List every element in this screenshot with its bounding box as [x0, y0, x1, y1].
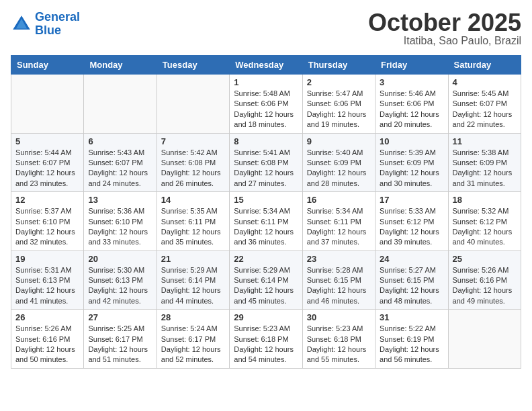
sunrise-text: Sunrise: 5:30 AM: [88, 265, 152, 275]
calendar-cell: 11 Sunrise: 5:38 AM Sunset: 6:09 PM Dayl…: [448, 133, 521, 192]
daylight-text: Daylight: 12 hours and 35 minutes.: [161, 227, 225, 248]
sunrise-text: Sunrise: 5:45 AM: [453, 89, 517, 99]
day-number: 20: [88, 254, 152, 264]
calendar-cell: 7 Sunrise: 5:42 AM Sunset: 6:08 PM Dayli…: [157, 133, 229, 192]
cell-content: Sunrise: 5:23 AM Sunset: 6:18 PM Dayligh…: [307, 324, 371, 365]
cell-content: Sunrise: 5:42 AM Sunset: 6:08 PM Dayligh…: [161, 148, 225, 189]
sunset-text: Sunset: 6:12 PM: [453, 217, 517, 227]
calendar-cell: 25 Sunrise: 5:26 AM Sunset: 6:16 PM Dayl…: [448, 250, 521, 310]
day-number: 17: [380, 195, 443, 205]
sunset-text: Sunset: 6:09 PM: [380, 158, 443, 168]
weekday-header-saturday: Saturday: [448, 56, 521, 75]
sunset-text: Sunset: 6:08 PM: [234, 158, 298, 168]
cell-content: Sunrise: 5:24 AM Sunset: 6:17 PM Dayligh…: [161, 324, 225, 365]
sunrise-text: Sunrise: 5:29 AM: [234, 265, 298, 275]
cell-content: Sunrise: 5:32 AM Sunset: 6:12 PM Dayligh…: [453, 206, 517, 248]
calendar-cell: 4 Sunrise: 5:45 AM Sunset: 6:07 PM Dayli…: [448, 75, 521, 134]
sunset-text: Sunset: 6:07 PM: [88, 158, 152, 168]
sunset-text: Sunset: 6:07 PM: [15, 158, 79, 168]
daylight-text: Daylight: 12 hours and 45 minutes.: [234, 285, 298, 306]
cell-content: Sunrise: 5:23 AM Sunset: 6:18 PM Dayligh…: [234, 324, 298, 365]
cell-content: Sunrise: 5:35 AM Sunset: 6:11 PM Dayligh…: [161, 206, 225, 248]
day-number: 16: [307, 195, 371, 205]
weekday-header-sunday: Sunday: [11, 56, 84, 75]
cell-content: Sunrise: 5:26 AM Sunset: 6:16 PM Dayligh…: [15, 324, 79, 365]
daylight-text: Daylight: 12 hours and 54 minutes.: [234, 345, 298, 365]
daylight-text: Daylight: 12 hours and 40 minutes.: [453, 227, 517, 248]
sunset-text: Sunset: 6:14 PM: [161, 275, 225, 285]
day-number: 29: [234, 312, 298, 322]
calendar-week-1: 1 Sunrise: 5:48 AM Sunset: 6:06 PM Dayli…: [11, 75, 521, 134]
calendar-cell: 12 Sunrise: 5:37 AM Sunset: 6:10 PM Dayl…: [11, 192, 84, 251]
sunrise-text: Sunrise: 5:23 AM: [234, 324, 298, 334]
sunset-text: Sunset: 6:06 PM: [234, 99, 298, 109]
cell-content: Sunrise: 5:25 AM Sunset: 6:17 PM Dayligh…: [88, 324, 152, 365]
daylight-text: Daylight: 12 hours and 20 minutes.: [380, 109, 443, 130]
day-number: 4: [453, 77, 517, 87]
cell-content: Sunrise: 5:34 AM Sunset: 6:11 PM Dayligh…: [307, 206, 371, 248]
calendar-cell: 13 Sunrise: 5:36 AM Sunset: 6:10 PM Dayl…: [84, 192, 157, 251]
sunset-text: Sunset: 6:10 PM: [88, 217, 152, 227]
daylight-text: Daylight: 12 hours and 42 minutes.: [88, 285, 152, 306]
calendar-cell: 14 Sunrise: 5:35 AM Sunset: 6:11 PM Dayl…: [157, 192, 229, 251]
sunrise-text: Sunrise: 5:24 AM: [161, 324, 225, 334]
calendar-cell: 9 Sunrise: 5:40 AM Sunset: 6:09 PM Dayli…: [302, 133, 375, 192]
cell-content: Sunrise: 5:33 AM Sunset: 6:12 PM Dayligh…: [380, 206, 443, 248]
daylight-text: Daylight: 12 hours and 52 minutes.: [161, 345, 225, 365]
daylight-text: Daylight: 12 hours and 37 minutes.: [307, 227, 371, 248]
day-number: 14: [161, 195, 225, 205]
sunrise-text: Sunrise: 5:22 AM: [380, 324, 443, 334]
day-number: 1: [234, 77, 298, 87]
sunrise-text: Sunrise: 5:33 AM: [380, 206, 443, 216]
day-number: 21: [161, 254, 225, 264]
cell-content: Sunrise: 5:46 AM Sunset: 6:06 PM Dayligh…: [380, 89, 443, 130]
calendar-cell: [157, 75, 229, 134]
daylight-text: Daylight: 12 hours and 36 minutes.: [234, 227, 298, 248]
day-number: 31: [380, 312, 443, 322]
calendar-cell: 8 Sunrise: 5:41 AM Sunset: 6:08 PM Dayli…: [230, 133, 302, 192]
sunrise-text: Sunrise: 5:46 AM: [380, 89, 443, 99]
calendar-cell: 20 Sunrise: 5:30 AM Sunset: 6:13 PM Dayl…: [84, 250, 157, 310]
daylight-text: Daylight: 12 hours and 46 minutes.: [307, 285, 371, 306]
sunrise-text: Sunrise: 5:40 AM: [307, 148, 371, 158]
sunset-text: Sunset: 6:06 PM: [380, 99, 443, 109]
sunrise-text: Sunrise: 5:41 AM: [234, 148, 298, 158]
calendar-cell: 5 Sunrise: 5:44 AM Sunset: 6:07 PM Dayli…: [11, 133, 84, 192]
sunrise-text: Sunrise: 5:26 AM: [453, 265, 517, 275]
cell-content: Sunrise: 5:40 AM Sunset: 6:09 PM Dayligh…: [307, 148, 371, 189]
calendar-cell: 23 Sunrise: 5:28 AM Sunset: 6:15 PM Dayl…: [302, 250, 375, 310]
daylight-text: Daylight: 12 hours and 19 minutes.: [307, 109, 371, 130]
sunset-text: Sunset: 6:11 PM: [234, 217, 298, 227]
daylight-text: Daylight: 12 hours and 22 minutes.: [453, 109, 517, 130]
sunset-text: Sunset: 6:17 PM: [88, 334, 152, 345]
day-number: 18: [453, 195, 517, 205]
sunset-text: Sunset: 6:11 PM: [161, 217, 225, 227]
sunset-text: Sunset: 6:15 PM: [307, 275, 371, 285]
cell-content: Sunrise: 5:43 AM Sunset: 6:07 PM Dayligh…: [88, 148, 152, 189]
daylight-text: Daylight: 12 hours and 26 minutes.: [161, 168, 225, 189]
calendar-cell: [84, 75, 157, 134]
day-number: 11: [453, 136, 517, 146]
cell-content: Sunrise: 5:29 AM Sunset: 6:14 PM Dayligh…: [161, 265, 225, 307]
cell-content: Sunrise: 5:30 AM Sunset: 6:13 PM Dayligh…: [88, 265, 152, 307]
sunset-text: Sunset: 6:11 PM: [307, 217, 371, 227]
weekday-header-monday: Monday: [84, 56, 157, 75]
day-number: 23: [307, 254, 371, 264]
calendar-cell: 1 Sunrise: 5:48 AM Sunset: 6:06 PM Dayli…: [230, 75, 302, 134]
sunset-text: Sunset: 6:16 PM: [453, 275, 517, 285]
logo: General Blue: [11, 11, 80, 38]
day-number: 22: [234, 254, 298, 264]
sunrise-text: Sunrise: 5:34 AM: [307, 206, 371, 216]
calendar-cell: 24 Sunrise: 5:27 AM Sunset: 6:15 PM Dayl…: [375, 250, 448, 310]
day-number: 10: [380, 136, 443, 146]
daylight-text: Daylight: 12 hours and 39 minutes.: [380, 227, 443, 248]
sunrise-text: Sunrise: 5:37 AM: [15, 206, 79, 216]
cell-content: Sunrise: 5:38 AM Sunset: 6:09 PM Dayligh…: [453, 148, 517, 189]
sunset-text: Sunset: 6:15 PM: [380, 275, 443, 285]
calendar-cell: 10 Sunrise: 5:39 AM Sunset: 6:09 PM Dayl…: [375, 133, 448, 192]
sunset-text: Sunset: 6:09 PM: [307, 158, 371, 168]
cell-content: Sunrise: 5:28 AM Sunset: 6:15 PM Dayligh…: [307, 265, 371, 307]
weekday-header-tuesday: Tuesday: [157, 56, 229, 75]
sunset-text: Sunset: 6:16 PM: [15, 334, 79, 345]
sunset-text: Sunset: 6:18 PM: [234, 334, 298, 345]
